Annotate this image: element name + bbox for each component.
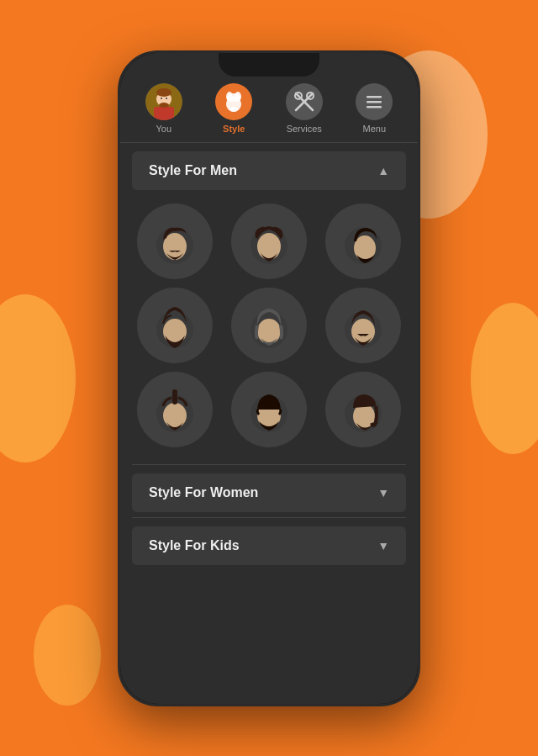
- svg-point-5: [161, 98, 162, 99]
- svg-rect-33: [172, 389, 177, 404]
- nav-icon-menu: [356, 83, 393, 120]
- svg-rect-16: [367, 96, 382, 98]
- men-style-1[interactable]: [137, 204, 213, 279]
- svg-point-11: [229, 107, 238, 112]
- nav-icon-you: [145, 83, 182, 120]
- men-style-6[interactable]: [325, 288, 401, 363]
- men-hair-svg-1: [141, 208, 208, 275]
- nav-item-style[interactable]: Style: [215, 83, 252, 134]
- men-hair-svg-4: [141, 292, 208, 359]
- section-header-kids[interactable]: Style For Kids ▼: [132, 526, 406, 565]
- svg-point-22: [257, 233, 281, 260]
- nav-icon-style: [215, 83, 252, 120]
- nav-label-you: You: [156, 124, 171, 134]
- svg-point-4: [159, 103, 169, 108]
- nav-item-services[interactable]: Services: [286, 83, 323, 134]
- nav-label-services: Services: [287, 124, 322, 134]
- men-style-4[interactable]: [137, 288, 213, 363]
- style-head-icon: [221, 89, 246, 114]
- section-header-men[interactable]: Style For Men ▲: [132, 151, 406, 190]
- phone-notch: [219, 53, 319, 77]
- men-hair-svg-7: [141, 376, 208, 443]
- svg-point-30: [351, 319, 375, 344]
- section-title-kids: Style For Kids: [149, 538, 240, 553]
- men-hair-svg-9: [330, 376, 397, 443]
- nav-item-you[interactable]: You: [145, 83, 182, 134]
- divider-men-women: [132, 464, 406, 465]
- men-hair-svg-3: [330, 208, 397, 275]
- bg-blob-right: [471, 303, 538, 454]
- nav-item-menu[interactable]: Menu: [356, 83, 393, 134]
- phone-frame: You Style: [118, 50, 420, 706]
- svg-rect-1: [154, 107, 174, 120]
- content-area: Style For Men ▲: [120, 143, 418, 704]
- men-styles-grid: [120, 195, 418, 459]
- men-style-3[interactable]: [325, 204, 401, 279]
- chevron-men: ▲: [377, 164, 389, 177]
- chevron-kids: ▼: [377, 539, 389, 552]
- section-title-men: Style For Men: [149, 163, 237, 178]
- men-hair-svg-5: [235, 292, 303, 359]
- phone-screen: You Style: [120, 53, 418, 704]
- section-header-women[interactable]: Style For Women ▼: [132, 473, 406, 512]
- men-hair-svg-2: [235, 208, 303, 275]
- men-style-5[interactable]: [231, 288, 307, 363]
- svg-point-28: [257, 319, 281, 344]
- svg-rect-18: [367, 106, 382, 108]
- nav-label-style: Style: [223, 124, 245, 134]
- svg-point-9: [226, 92, 233, 102]
- svg-point-6: [166, 98, 167, 99]
- chevron-women: ▼: [377, 486, 389, 500]
- svg-point-3: [156, 88, 171, 97]
- men-hair-svg-8: [235, 376, 303, 443]
- men-style-2[interactable]: [231, 204, 307, 279]
- men-hair-svg-6: [330, 292, 397, 359]
- svg-point-32: [163, 403, 187, 428]
- men-style-8[interactable]: [231, 372, 307, 447]
- section-title-women: Style For Women: [149, 485, 258, 500]
- nav-icon-services: [286, 83, 323, 120]
- men-style-9[interactable]: [325, 372, 401, 447]
- hamburger-menu-icon: [364, 92, 384, 112]
- bg-blob-bottom-left: [34, 605, 101, 706]
- svg-point-10: [235, 92, 241, 102]
- bg-blob-left: [0, 294, 76, 463]
- divider-women-kids: [132, 517, 406, 518]
- scissors-icon: [292, 89, 317, 114]
- svg-rect-17: [367, 101, 382, 103]
- nav-label-menu: Menu: [362, 124, 386, 134]
- men-style-7[interactable]: [137, 372, 213, 447]
- you-avatar-icon: [145, 83, 182, 120]
